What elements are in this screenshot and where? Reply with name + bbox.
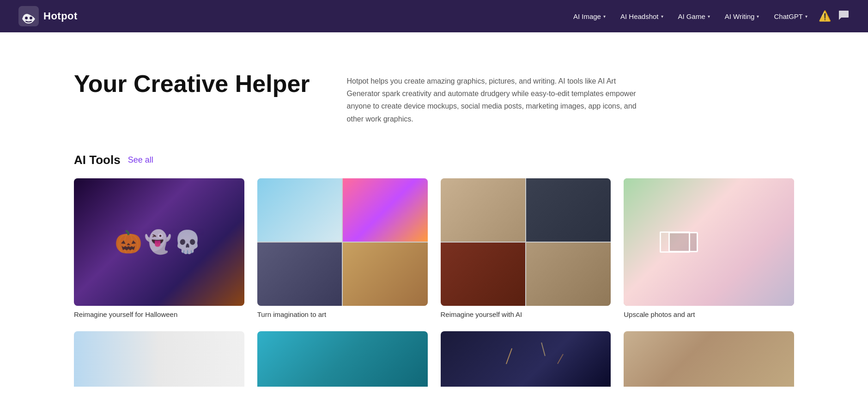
nav-actions: ⚠️ bbox=[819, 9, 850, 24]
tool-card-art-image bbox=[257, 178, 428, 306]
tools-header: AI Tools See all bbox=[74, 153, 794, 167]
nav-ai-headshot-chevron-icon: ▾ bbox=[661, 14, 663, 19]
nav-item-ai-game[interactable]: AI Game ▾ bbox=[672, 9, 716, 24]
ocean-preview bbox=[257, 331, 428, 387]
nav-item-ai-writing[interactable]: AI Writing ▾ bbox=[718, 9, 766, 24]
tool-card-halloween[interactable]: Reimagine yourself for Halloween bbox=[74, 178, 244, 319]
halloween-collage bbox=[74, 178, 244, 306]
nav-item-ai-headshot[interactable]: AI Headshot ▾ bbox=[614, 9, 670, 24]
art-collage bbox=[257, 178, 428, 306]
nav-item-ai-writing-label: AI Writing bbox=[725, 12, 755, 20]
nav-ai-writing-chevron-icon: ▾ bbox=[757, 14, 759, 19]
tool-card-sparkle-image bbox=[441, 331, 611, 387]
tool-card-ocean[interactable] bbox=[257, 331, 428, 387]
tool-card-halloween-label: Reimagine yourself for Halloween bbox=[74, 310, 244, 318]
upscale-collage bbox=[624, 178, 794, 306]
tool-card-bg-remove[interactable] bbox=[74, 331, 244, 387]
tool-card-ocean-image bbox=[257, 331, 428, 387]
reimagine-cell-4 bbox=[526, 243, 611, 306]
nav-item-ai-image[interactable]: AI Image ▾ bbox=[567, 9, 612, 24]
art-cell-animal bbox=[343, 243, 427, 306]
tools-grid: Reimagine yourself for Halloween Turn im… bbox=[74, 178, 794, 319]
upscale-frame bbox=[668, 232, 698, 252]
art-cell-robot bbox=[257, 243, 342, 306]
tool-card-upscale-image bbox=[624, 178, 794, 306]
svg-point-2 bbox=[30, 17, 32, 19]
tool-card-bg-remove-image bbox=[74, 331, 244, 387]
nav-item-ai-headshot-label: AI Headshot bbox=[620, 12, 659, 20]
nav-item-chatgpt-label: ChatGPT bbox=[774, 12, 803, 20]
tool-card-reimagine[interactable]: Reimagine yourself with AI bbox=[441, 178, 611, 319]
hotpot-logo-icon bbox=[18, 6, 39, 26]
nav-logo[interactable]: Hotpot bbox=[18, 6, 78, 26]
nav-chatgpt-chevron-icon: ▾ bbox=[805, 14, 807, 19]
vintage-preview bbox=[624, 331, 794, 387]
tool-card-halloween-image bbox=[74, 178, 244, 306]
see-all-link[interactable]: See all bbox=[128, 155, 153, 165]
chat-icon[interactable] bbox=[838, 9, 850, 24]
nav-item-ai-image-label: AI Image bbox=[573, 12, 601, 20]
nav-ai-image-chevron-icon: ▾ bbox=[603, 14, 606, 19]
reimagine-cell-3 bbox=[441, 243, 525, 306]
svg-point-1 bbox=[25, 17, 28, 19]
art-cell-building bbox=[257, 178, 342, 242]
nav-item-ai-game-label: AI Game bbox=[678, 12, 705, 20]
tool-card-vintage-image bbox=[624, 331, 794, 387]
tool-card-reimagine-label: Reimagine yourself with AI bbox=[441, 310, 611, 318]
reimagine-cell-2 bbox=[526, 178, 611, 242]
tool-card-upscale[interactable]: Upscale photos and art bbox=[624, 178, 794, 319]
tools-section-title: AI Tools bbox=[74, 153, 121, 167]
tool-card-art-label: Turn imagination to art bbox=[257, 310, 428, 318]
reimagine-cell-1 bbox=[441, 178, 525, 242]
upscale-bg bbox=[624, 178, 794, 306]
hero-description: Hotpot helps you create amazing graphics… bbox=[347, 69, 643, 125]
art-cell-anime bbox=[343, 178, 427, 242]
tools-grid-row2 bbox=[74, 331, 794, 387]
hero-title: Your Creative Helper bbox=[74, 69, 310, 98]
hero-section: Your Creative Helper Hotpot helps you cr… bbox=[0, 32, 868, 153]
navbar: Hotpot AI Image ▾ AI Headshot ▾ AI Game … bbox=[0, 0, 868, 32]
tool-card-art[interactable]: Turn imagination to art bbox=[257, 178, 428, 319]
nav-menu: AI Image ▾ AI Headshot ▾ AI Game ▾ AI Wr… bbox=[567, 9, 814, 24]
nav-item-chatgpt[interactable]: ChatGPT ▾ bbox=[767, 9, 814, 24]
tool-card-upscale-label: Upscale photos and art bbox=[624, 310, 794, 318]
tool-card-sparkle[interactable] bbox=[441, 331, 611, 387]
tool-card-vintage[interactable] bbox=[624, 331, 794, 387]
tools-section: AI Tools See all Reimagine yourself for … bbox=[0, 153, 868, 406]
reimagine-collage bbox=[441, 178, 611, 306]
bg-remove-preview bbox=[74, 331, 244, 387]
nav-logo-text: Hotpot bbox=[43, 10, 78, 22]
nav-ai-game-chevron-icon: ▾ bbox=[708, 14, 710, 19]
tool-card-reimagine-image bbox=[441, 178, 611, 306]
user-icon[interactable]: ⚠️ bbox=[819, 10, 831, 22]
sparkle-preview bbox=[441, 331, 611, 387]
